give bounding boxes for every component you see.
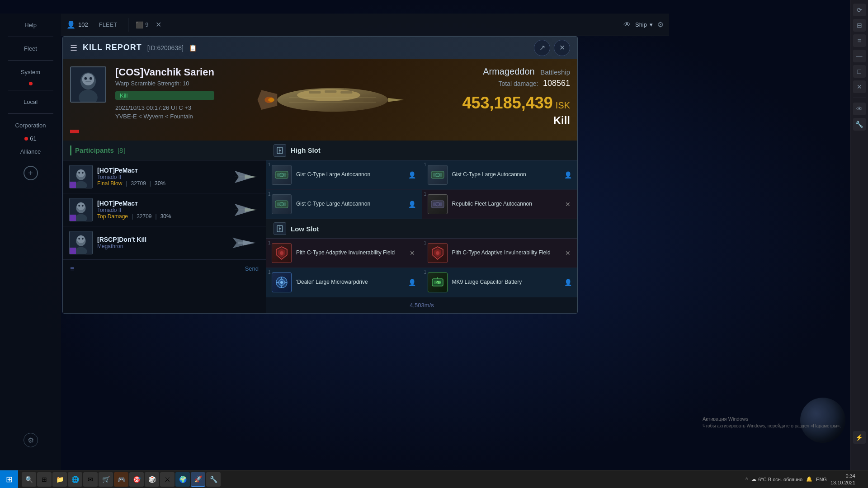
rs-btn-eye[interactable]: 👁 <box>853 103 866 115</box>
activate-line1: Активация Windows <box>703 415 841 423</box>
participants-toolbar: ≡ Send <box>63 259 266 277</box>
shield-gun-icon <box>276 146 284 155</box>
taskbar-game-icon-4[interactable]: ⚔ <box>160 472 175 487</box>
taskbar-game-icon-3[interactable]: 🎲 <box>145 472 159 487</box>
high-slot-grid: 1 Gist C-Type Large Autocannon 👤 <box>266 160 577 219</box>
svg-point-23 <box>82 172 84 174</box>
svg-point-66 <box>280 251 283 255</box>
filter-icon[interactable]: ⚙ <box>657 20 664 29</box>
shield-invuln-icon <box>274 245 290 261</box>
hamburger-icon[interactable]: ☰ <box>70 43 77 53</box>
slot-num: 1 <box>424 240 427 245</box>
lang-indicator[interactable]: ENG <box>816 477 827 482</box>
rs-btn-1[interactable]: ⟳ <box>853 4 866 16</box>
participant-item: [HOT]РеМаст Tornado II Top Damage | 3270… <box>63 193 266 226</box>
taskbar-game-icon-7[interactable]: 🔧 <box>206 472 221 487</box>
taskbar-icons-area: 🔍 ⊞ 📁 🌐 ✉ 🛒 🎮 🎯 🎲 ⚔ 🌍 🚀 🔧 <box>18 472 740 487</box>
export-button[interactable]: ↗ <box>534 40 550 56</box>
sidebar-item-help[interactable]: Help <box>4 18 58 32</box>
speed-value: 4,503m/s <box>410 302 434 309</box>
topbar-right-area: 👁 Ship ▾ ⚙ <box>623 20 664 29</box>
rs-btn-close[interactable]: ✕ <box>853 80 866 93</box>
sidebar-item-local[interactable]: Local <box>4 95 58 109</box>
weather-icon: ☁ <box>751 476 756 482</box>
fleet-label: FLEET <box>95 21 121 28</box>
svg-point-29 <box>77 202 85 210</box>
low-slot-4-icon <box>428 272 448 292</box>
taskbar-explorer-icon[interactable]: 📁 <box>52 472 67 487</box>
taskbar-store-icon[interactable]: 🛒 <box>99 472 113 487</box>
participant-2-percent: 30% <box>160 213 171 220</box>
copy-icon[interactable]: 📋 <box>189 44 197 52</box>
settings-button[interactable]: ⚙ <box>24 433 38 447</box>
participant-1-stats: Final Blow | 32709 | 30% <box>97 180 226 187</box>
notification-bell[interactable]: 🔔 <box>806 476 812 482</box>
taskbar-search-icon[interactable]: 🔍 <box>22 472 36 487</box>
participant-2-ship-icon <box>230 200 259 220</box>
svg-point-69 <box>436 251 439 255</box>
system-dot-indicator <box>29 82 33 85</box>
close-modal-button[interactable]: ✕ <box>554 40 570 56</box>
ship-dropdown[interactable]: Ship ▾ <box>635 21 653 28</box>
low-slot-2-icon <box>428 243 448 263</box>
separator-2: | <box>150 180 151 187</box>
taskbar-edge-icon[interactable]: 🌐 <box>68 472 82 487</box>
rs-btn-maximize[interactable]: □ <box>853 65 866 78</box>
low-slot-item: 1 'Dealer' Large Microwarpdrive <box>266 268 422 297</box>
rs-btn-extra[interactable]: ⚡ <box>853 431 866 444</box>
svg-point-31 <box>78 205 80 206</box>
participant-2-info: [HOT]РеМаст Tornado II Top Damage | 3270… <box>97 200 226 220</box>
sidebar-item-corporation[interactable]: Corporation <box>4 118 58 132</box>
close-topbar-button[interactable]: ✕ <box>156 20 161 29</box>
shield-icon <box>276 225 284 233</box>
rs-btn-minimize[interactable]: — <box>853 50 866 62</box>
kill-info-section: [COS]Vanchik Sarien Warp Scramble Streng… <box>63 59 577 141</box>
sidebar-item-fleet[interactable]: Fleet <box>4 42 58 56</box>
total-damage-label: Total damage: <box>499 80 538 87</box>
rs-btn-3[interactable]: ≡ <box>853 34 866 47</box>
participant-1-name: [HOT]РеМаст <box>97 167 226 174</box>
high-slot-item-damaged: 1 Republic Fleet Large Autocannon ✕ <box>422 190 578 219</box>
taskbar-up-arrow[interactable]: ^ <box>745 477 748 482</box>
svg-point-54 <box>436 173 439 177</box>
svg-point-80 <box>438 281 441 284</box>
start-button[interactable]: ⊞ <box>0 470 18 488</box>
cap-battery-icon <box>429 274 446 291</box>
sidebar-item-system[interactable]: System <box>4 65 58 79</box>
alliance-count: 61 <box>30 135 36 142</box>
svg-point-32 <box>82 205 84 206</box>
high-slot-header: High Slot <box>266 141 577 160</box>
svg-point-22 <box>78 172 80 174</box>
player-avatar-container <box>70 66 106 133</box>
taskbar-mail-icon[interactable]: ✉ <box>83 472 98 487</box>
taskbar-game-icon-2[interactable]: 🎯 <box>129 472 144 487</box>
low-slot-1-name: Pith C-Type Adaptive Invulnerability Fie… <box>296 249 404 257</box>
svg-point-5 <box>90 77 92 80</box>
taskbar-task-icon[interactable]: ⊞ <box>37 472 52 487</box>
corp-badge-3 <box>70 248 76 254</box>
send-button[interactable]: Send <box>245 265 259 272</box>
activate-line2: Чтобы активировать Windows, перейдите в … <box>703 422 841 429</box>
taskbar-game-icon-active[interactable]: 🚀 <box>191 472 205 487</box>
system-red-dot <box>29 82 33 85</box>
add-channel-button[interactable]: + <box>24 166 38 180</box>
taskbar-right-area: ^ ☁ 6°C В осн. облачно 🔔 ENG 0:34 13.10.… <box>740 473 868 486</box>
taskbar-game-icon-5[interactable]: 🌍 <box>175 472 190 487</box>
svg-point-20 <box>77 169 85 177</box>
weather-text: 6°C В осн. облачно <box>758 477 802 482</box>
high-slot-item: 1 Gist C-Type Large Autocannon 👤 <box>266 190 422 219</box>
kill-report-modal: ☰ KILL REPORT [ID:6200638] 📋 ↗ ✕ <box>62 36 578 314</box>
rs-btn-2[interactable]: ⊟ <box>853 19 866 32</box>
window-count-area: ⬛ 9 <box>136 21 148 28</box>
sidebar-item-alliance[interactable]: Alliance <box>4 145 58 159</box>
participant-3-avatar <box>69 231 93 254</box>
participants-menu-icon[interactable]: ≡ <box>70 265 74 273</box>
player-count: 102 <box>78 21 88 28</box>
low-slot-2-name: Pith C-Type Adaptive Invulnerability Fie… <box>452 249 560 257</box>
low-slot-1-icon <box>272 243 292 263</box>
svg-rect-13 <box>309 91 321 94</box>
rs-btn-settings[interactable]: 🔧 <box>853 118 866 131</box>
taskbar-game-icon-1[interactable]: 🎮 <box>114 472 128 487</box>
player-icon-area: 👤 102 <box>66 20 88 29</box>
show-desktop-button[interactable] <box>861 473 863 486</box>
